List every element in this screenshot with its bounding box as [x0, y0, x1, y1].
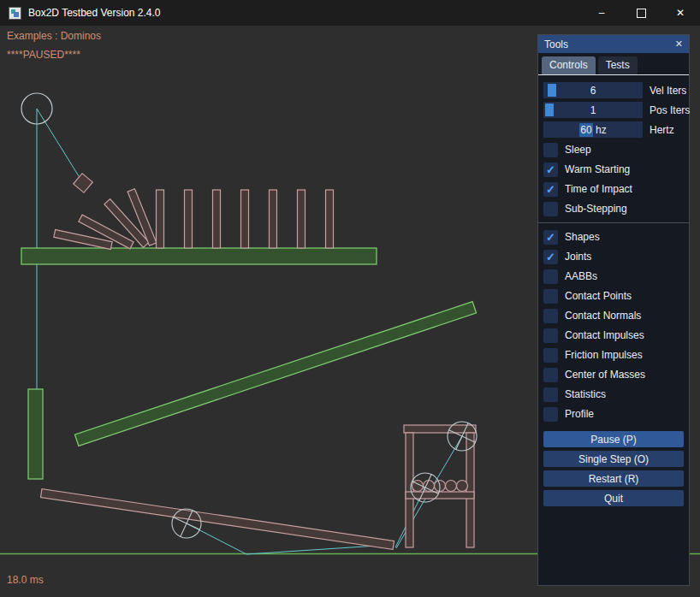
window-title: Box2D Testbed Version 2.4.0 [28, 7, 582, 19]
crossed-circles [167, 417, 481, 542]
frame-mid-bar [406, 492, 474, 499]
domino [157, 190, 164, 248]
crossed-circle [442, 417, 481, 455]
domino [185, 190, 193, 248]
hertz-unit: hz [593, 124, 607, 136]
domino [213, 190, 221, 248]
platform [21, 248, 377, 264]
hertz-selected-text: 60 [579, 123, 592, 137]
checkbox-contact-impulses[interactable] [543, 328, 558, 343]
close-icon: ✕ [676, 7, 685, 19]
domino [241, 190, 249, 248]
vel-iters-value: 6 [590, 85, 596, 97]
pos-iters-label: Pos Iters [650, 104, 690, 116]
checkbox-contact-points[interactable] [543, 289, 558, 304]
checkbox-sub-stepping[interactable] [543, 202, 558, 216]
hertz-value: 60 hz [579, 124, 606, 136]
checkbox-joints[interactable] [543, 250, 558, 264]
tilted-plank [41, 489, 394, 550]
checkbox-shapes[interactable] [543, 230, 558, 245]
tools-panel-titlebar[interactable]: Tools ✕ [538, 35, 689, 53]
quit-button[interactable]: Quit [543, 490, 684, 506]
checkbox-friction-impulses[interactable] [543, 348, 558, 363]
checkbox-row-warm-starting[interactable]: Warm Starting [543, 161, 684, 178]
checkbox-warm-starting[interactable] [543, 163, 558, 177]
checkbox-row-statistics[interactable]: Statistics [543, 386, 684, 403]
checkbox-row-time-of-impact[interactable]: Time of Impact [543, 180, 684, 198]
checkbox-row-friction-impulses[interactable]: Friction Impulses [543, 346, 684, 364]
hertz-row: 60 hz Hertz [543, 121, 684, 138]
paused-label: ****PAUSED**** [7, 49, 80, 61]
checkbox-aabbs[interactable] [543, 269, 558, 284]
domino [326, 190, 334, 248]
tab-controls[interactable]: Controls [542, 56, 596, 74]
action-buttons: Pause (P) Single Step (O) Restart (R) Qu… [543, 431, 684, 506]
checkbox-row-profile[interactable]: Profile [543, 405, 684, 423]
close-button[interactable]: ✕ [661, 0, 700, 26]
vel-iters-label: Vel Iters [650, 85, 686, 97]
vel-iters-row: 6 Vel Iters [543, 82, 684, 98]
titlebar: Box2D Testbed Version 2.4.0 – ✕ [0, 0, 700, 26]
ball [424, 481, 435, 492]
minimize-button[interactable]: – [582, 0, 621, 26]
pendulum-box [74, 174, 93, 193]
vel-iters-slider[interactable]: 6 [543, 82, 643, 98]
pos-iters-slider[interactable]: 1 [543, 102, 643, 118]
domino [298, 190, 306, 248]
slider-grab[interactable] [548, 84, 556, 97]
ball [457, 481, 468, 492]
checkbox-row-joints[interactable]: Joints [543, 248, 684, 265]
checkbox-row-shapes[interactable]: Shapes [543, 228, 684, 245]
tab-tests[interactable]: Tests [598, 56, 638, 74]
separator [538, 222, 689, 223]
slider-grab[interactable] [545, 103, 554, 116]
checkbox-row-contact-impulses[interactable]: Contact Impulses [543, 327, 684, 344]
pause-button[interactable]: Pause (P) [543, 431, 684, 447]
example-label: Examples : Dominos [7, 30, 101, 42]
dynamic-bodies [41, 174, 476, 550]
maximize-icon [637, 9, 646, 18]
checkbox-sleep[interactable] [543, 143, 558, 157]
checkbox-row-center-of-masses[interactable]: Center of Masses [543, 366, 684, 383]
checkbox-contact-normals[interactable] [543, 309, 558, 323]
tools-panel: Tools ✕ Controls Tests 6 Vel Iters 1 Pos… [537, 34, 690, 586]
tools-close-icon[interactable]: ✕ [675, 38, 683, 50]
pos-iters-value: 1 [590, 104, 596, 116]
checkbox-statistics[interactable] [543, 387, 558, 402]
checkbox-row-aabbs[interactable]: AABBs [543, 268, 684, 285]
checkbox-row-contact-normals[interactable]: Contact Normals [543, 307, 684, 324]
frame-left-bar [406, 433, 413, 547]
checkbox-center-of-masses[interactable] [543, 368, 558, 382]
checkbox-profile[interactable] [543, 407, 558, 422]
checkbox-row-sub-stepping[interactable]: Sub-Stepping [543, 200, 684, 217]
checkbox-row-contact-points[interactable]: Contact Points [543, 287, 684, 304]
vertical-bar [28, 389, 43, 479]
app-icon [9, 7, 21, 20]
checkbox-row-sleep[interactable]: Sleep [543, 141, 684, 158]
checkbox-time-of-impact[interactable] [543, 182, 558, 197]
tools-panel-title: Tools [544, 38, 568, 50]
tools-panel-body: 6 Vel Iters 1 Pos Iters 60 hz Hertz Sl [538, 75, 689, 506]
app-window: Box2D Testbed Version 2.4.0 – ✕ [0, 0, 700, 597]
restart-button[interactable]: Restart (R) [543, 470, 684, 487]
tools-tabbar: Controls Tests [538, 53, 689, 75]
maximize-button[interactable] [621, 0, 661, 26]
ball [446, 481, 457, 492]
minimize-icon: – [599, 7, 605, 19]
single-step-button[interactable]: Single Step (O) [543, 451, 684, 467]
hertz-label: Hertz [650, 124, 674, 136]
diagonal-plank [74, 302, 476, 446]
pos-iters-row: 1 Pos Iters [543, 102, 684, 118]
hertz-input[interactable]: 60 hz [543, 121, 643, 138]
window-controls: – ✕ [582, 0, 700, 26]
frame-time-label: 18.0 ms [7, 574, 44, 586]
domino [270, 190, 277, 248]
